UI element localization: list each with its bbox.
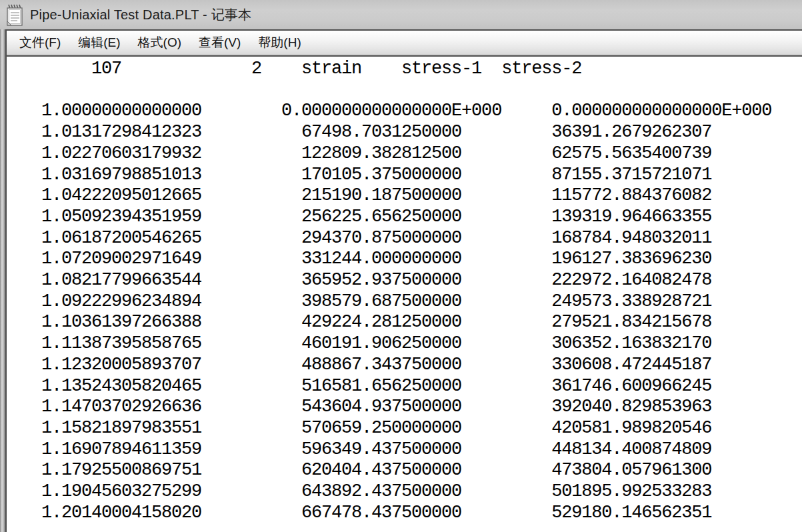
menu-item-edit[interactable]: 编辑(E) [69, 31, 129, 54]
window-left-frame [0, 29, 5, 532]
menu-item-help[interactable]: 帮助(H) [249, 31, 309, 54]
notepad-icon [5, 4, 25, 27]
notepad-window: Pipe-Uniaxial Test Data.PLT - 记事本 文件(F) … [0, 0, 802, 532]
menu-item-format[interactable]: 格式(O) [129, 31, 190, 54]
menu-bar: 文件(F) 编辑(E) 格式(O) 查看(V) 帮助(H) [7, 29, 802, 55]
menu-item-view[interactable]: 查看(V) [190, 31, 249, 54]
title-bar: Pipe-Uniaxial Test Data.PLT - 记事本 [0, 0, 802, 29]
window-title: Pipe-Uniaxial Test Data.PLT - 记事本 [30, 6, 251, 24]
menu-item-file[interactable]: 文件(F) [11, 31, 69, 54]
file-content[interactable]: 107 2 strain stress-1 stress-2 1.0000000… [7, 57, 802, 523]
text-editor[interactable]: 107 2 strain stress-1 stress-2 1.0000000… [7, 57, 802, 532]
